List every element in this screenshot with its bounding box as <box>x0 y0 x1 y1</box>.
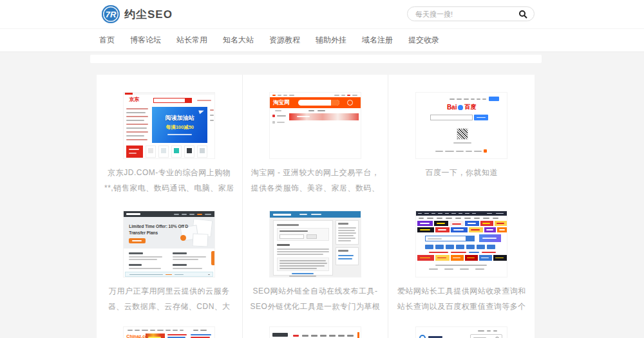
site-card-aizhan[interactable]: 爱站网站长工具提供网站收录查询和站长查询以及百度权重值查询等多个站长工具，免费.… <box>388 193 535 309</box>
dark-header <box>124 211 214 217</box>
decor <box>467 258 475 259</box>
ad-banner <box>434 221 448 226</box>
decor <box>477 99 480 100</box>
decor <box>307 234 317 239</box>
decor <box>429 268 438 270</box>
feedback-tab <box>211 251 214 265</box>
ad-banner <box>146 333 165 338</box>
decor <box>126 112 146 113</box>
nav-item-plugins[interactable]: 辅助外挂 <box>316 35 346 46</box>
decor <box>142 330 148 331</box>
ad-banner <box>493 255 507 261</box>
site-card-west-digital[interactable] <box>388 309 535 338</box>
decor <box>496 213 504 214</box>
decor <box>474 151 482 152</box>
nav-item-blog-forum[interactable]: 博客论坛 <box>130 35 161 46</box>
decor <box>437 218 442 219</box>
decor <box>200 330 207 331</box>
card-description: 京东JD.COM-专业的综合网上购物**,销售家电、数码通讯、电脑、家居百货、服… <box>104 165 234 196</box>
decor <box>166 330 171 331</box>
cookie-notice <box>125 272 213 277</box>
header-inner: 7R 约尘SEO <box>90 0 554 28</box>
decor <box>273 214 291 216</box>
decor <box>452 223 461 225</box>
decor <box>277 244 290 246</box>
aizhan-search-input <box>425 236 466 241</box>
decor <box>483 218 489 219</box>
decor <box>352 95 357 96</box>
site-card-chinaz[interactable]: Chinaz.com <box>97 309 243 338</box>
nav-item-home[interactable]: 首页 <box>99 35 115 46</box>
decor <box>435 245 444 249</box>
brand-name: 约尘SEO <box>124 7 173 22</box>
nav-item-submit[interactable]: 提交收录 <box>408 35 439 46</box>
decor <box>277 254 323 255</box>
decor <box>210 115 214 116</box>
decor <box>338 335 345 337</box>
decor <box>132 240 142 241</box>
decor <box>277 115 286 117</box>
decor <box>437 223 445 224</box>
card-description: 百度一下，你就知道 <box>397 165 527 180</box>
nav-item-resources[interactable]: 资源教程 <box>269 35 300 46</box>
decor <box>481 258 489 259</box>
search-input[interactable] <box>414 10 518 19</box>
decor <box>459 213 462 214</box>
decor <box>191 334 211 335</box>
thumb-west-digital <box>415 326 507 338</box>
decor <box>357 332 359 338</box>
decor <box>167 337 185 338</box>
decor <box>158 146 169 158</box>
nav-item-domain-register[interactable]: 域名注册 <box>362 35 393 46</box>
site-card-seo-tool[interactable]: SEO网站外链全自动在线发布工具-SEO外链优化工具是一款专门为草根站长准备的外… <box>243 193 389 309</box>
nav-item-webmaster-common[interactable]: 站长常用 <box>176 35 207 46</box>
decor <box>146 146 156 158</box>
decor <box>455 218 461 219</box>
decor <box>175 274 184 276</box>
ad-banner <box>435 255 450 261</box>
decor <box>126 116 148 117</box>
decor <box>420 258 430 259</box>
decor <box>129 264 142 266</box>
main-panel <box>273 220 333 276</box>
decor <box>184 146 194 158</box>
jd-hero-banner: 阅读加油站 每满100减50 <box>152 107 207 143</box>
decor <box>338 230 355 231</box>
decor <box>126 139 147 140</box>
decor <box>466 151 472 152</box>
nav-item-famous-sites[interactable]: 知名大站 <box>223 35 254 46</box>
site-card-webmaster-tool[interactable] <box>243 309 389 338</box>
decor <box>129 259 157 260</box>
thumb-jd: 京东 阅读加油站 每满100减50 <box>123 92 215 159</box>
ad-banner <box>417 227 434 232</box>
ad-banner <box>497 227 507 232</box>
decor <box>329 335 336 337</box>
decor <box>425 245 433 249</box>
site-card-baidu[interactable]: Bai 百度 百度一下，你就知道 <box>388 75 535 193</box>
site-logo[interactable]: 7R 约尘SEO <box>102 5 173 23</box>
taobao-header: 淘宝网 <box>270 97 361 108</box>
decor <box>283 95 287 96</box>
decor <box>311 335 317 337</box>
ad-banner <box>435 227 450 232</box>
decor <box>278 95 281 96</box>
jd-search-button <box>185 98 192 103</box>
decor <box>210 109 214 111</box>
decor <box>468 223 476 224</box>
decor <box>338 240 351 241</box>
site-card-jd[interactable]: 京东 阅读加油站 每满100减50 <box>97 75 243 193</box>
decor <box>445 151 454 152</box>
site-card-aliyun[interactable]: Limited Time Offer: 10% Off D Transfer P… <box>97 193 243 309</box>
ad-banner <box>417 221 433 226</box>
app-header: 7R 约尘SEO <box>0 0 644 29</box>
decor <box>466 245 475 249</box>
decor <box>311 214 321 215</box>
search-icon[interactable] <box>518 10 527 19</box>
decor <box>427 218 433 219</box>
decor <box>472 213 476 214</box>
decor <box>341 95 345 96</box>
west-digital-logo-icon <box>419 335 426 338</box>
site-card-taobao[interactable]: 淘宝网 淘宝网 - 亚洲较大的网上交易平台，提供各类服饰、美容、家居、数码、话费… <box>243 75 389 193</box>
decor <box>148 148 153 153</box>
decor <box>453 142 471 144</box>
